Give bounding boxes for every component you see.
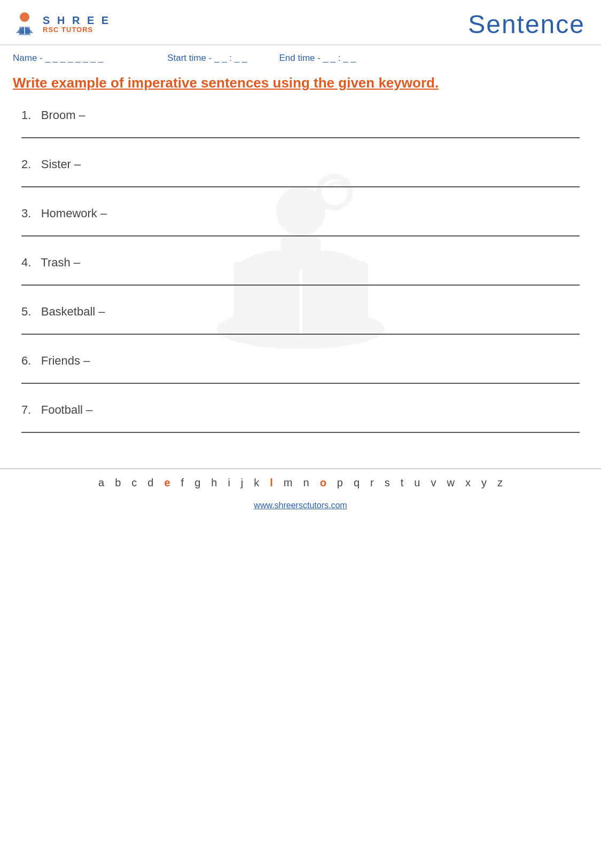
- logo-rsc-text: RSC TUTORS: [43, 26, 111, 34]
- answer-line: [21, 235, 580, 236]
- answer-line: [21, 285, 580, 286]
- answer-line: [21, 186, 580, 187]
- end-time-label: End time - _ _ : _ _: [279, 53, 356, 64]
- alpha-b: b: [115, 477, 121, 489]
- alpha-j: j: [241, 477, 243, 489]
- question-label: 4. Trash –: [21, 256, 580, 270]
- alpha-y: y: [481, 477, 487, 489]
- footer: www.shreersctutors.com: [0, 496, 601, 515]
- question-number: 2.: [21, 157, 31, 171]
- alpha-o: o: [320, 477, 326, 489]
- question-label: 3. Homework –: [21, 207, 580, 220]
- alpha-c: c: [131, 477, 137, 489]
- question-keyword: Sister –: [41, 157, 81, 171]
- alpha-p: p: [337, 477, 343, 489]
- question-item: 2. Sister –: [21, 157, 580, 187]
- logo-text: S H R E E RSC TUTORS: [43, 14, 111, 34]
- name-label: Name - _ _ _ _ _ _ _ _: [13, 53, 103, 64]
- question-keyword: Football –: [41, 403, 93, 416]
- question-number: 5.: [21, 305, 31, 318]
- alpha-f: f: [181, 477, 184, 489]
- alpha-l: l: [270, 477, 273, 489]
- website-link[interactable]: www.shreersctutors.com: [254, 501, 347, 510]
- alpha-i: i: [228, 477, 230, 489]
- alpha-v: v: [431, 477, 436, 489]
- header: S H R E E RSC TUTORS Sentence: [0, 0, 601, 45]
- answer-line: [21, 334, 580, 335]
- question-item: 6. Friends –: [21, 354, 580, 384]
- question-item: 4. Trash –: [21, 256, 580, 286]
- alpha-s: s: [385, 477, 390, 489]
- answer-line: [21, 432, 580, 433]
- alpha-n: n: [303, 477, 309, 489]
- alpha-q: q: [354, 477, 360, 489]
- alpha-a: a: [98, 477, 104, 489]
- question-keyword: Friends –: [41, 354, 90, 367]
- question-label: 5. Basketball –: [21, 305, 580, 319]
- question-label: 7. Football –: [21, 403, 580, 417]
- alpha-m: m: [284, 477, 293, 489]
- alpha-x: x: [465, 477, 471, 489]
- question-label: 1. Broom –: [21, 108, 580, 122]
- question-keyword: Homework –: [41, 207, 107, 220]
- logo-shree-text: S H R E E: [43, 14, 111, 26]
- question-keyword: Trash –: [41, 256, 80, 269]
- alpha-z: z: [497, 477, 503, 489]
- alpha-w: w: [447, 477, 454, 489]
- question-number: 3.: [21, 207, 31, 220]
- start-time-label: Start time - _ _ : _ _: [167, 53, 247, 64]
- svg-point-0: [20, 12, 29, 22]
- alpha-e: e: [164, 477, 170, 489]
- questions-section: 1. Broom – 2. Sister – 3. Homework – 4. …: [0, 103, 601, 463]
- question-number: 1.: [21, 108, 31, 122]
- logo-area: S H R E E RSC TUTORS: [11, 11, 111, 38]
- meta-row: Name - _ _ _ _ _ _ _ _ Start time - _ _ …: [0, 45, 601, 68]
- question-keyword: Broom –: [41, 108, 85, 122]
- question-item: 3. Homework –: [21, 207, 580, 236]
- question-label: 2. Sister –: [21, 157, 580, 171]
- alpha-g: g: [194, 477, 200, 489]
- question-item: 7. Football –: [21, 403, 580, 433]
- question-keyword: Basketball –: [41, 305, 105, 318]
- question-item: 1. Broom –: [21, 108, 580, 138]
- question-item: 5. Basketball –: [21, 305, 580, 335]
- alphabet-row: a b c d e f g h i j k l m n o p q r s t …: [0, 468, 601, 496]
- alpha-h: h: [211, 477, 217, 489]
- question-number: 6.: [21, 354, 31, 367]
- alpha-d: d: [147, 477, 153, 489]
- page-title: Sentence: [468, 10, 585, 39]
- question-label: 6. Friends –: [21, 354, 580, 368]
- question-number: 4.: [21, 256, 31, 269]
- answer-line: [21, 383, 580, 384]
- alpha-u: u: [414, 477, 420, 489]
- answer-line: [21, 137, 580, 138]
- instruction: Write example of imperative sentences us…: [0, 68, 601, 103]
- alpha-t: t: [401, 477, 404, 489]
- question-number: 7.: [21, 403, 31, 416]
- alpha-r: r: [370, 477, 374, 489]
- logo-icon: [11, 11, 38, 38]
- alpha-k: k: [254, 477, 259, 489]
